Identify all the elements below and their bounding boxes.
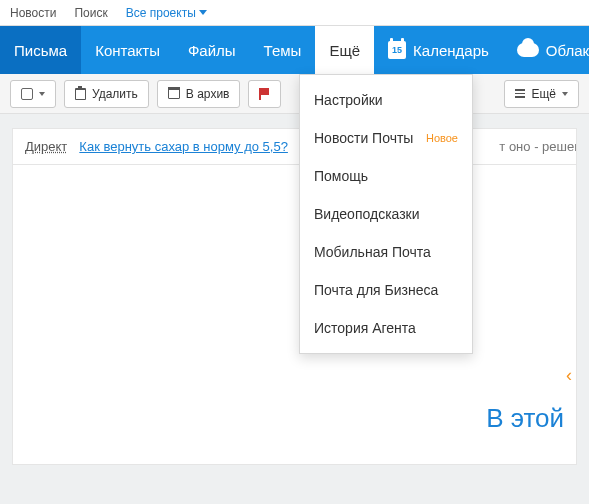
- content-area: Директ Как вернуть сахар в норму до 5,5?…: [0, 114, 589, 504]
- trash-icon: [75, 88, 86, 100]
- nav-mail-tab[interactable]: Письма: [0, 26, 81, 74]
- topbar-search-link[interactable]: Поиск: [74, 6, 107, 20]
- checkbox-icon: [21, 88, 33, 100]
- nav-calendar-tab[interactable]: 15 Календарь: [374, 26, 503, 74]
- nav-cloud-tab[interactable]: Облако: [503, 26, 589, 74]
- dropdown-item-label: История Агента: [314, 320, 416, 336]
- message-body: ‹ В этой: [12, 165, 577, 465]
- archive-icon: [168, 89, 180, 99]
- main-nav: Письма Контакты Файлы Темы Ещё 15 Календ…: [0, 26, 589, 74]
- message-row[interactable]: Директ Как вернуть сахар в норму до 5,5?…: [12, 128, 577, 165]
- dropdown-item-video-tips[interactable]: Видеоподсказки: [300, 195, 472, 233]
- topbar-projects-dropdown[interactable]: Все проекты: [126, 6, 207, 20]
- nav-contacts-tab[interactable]: Контакты: [81, 26, 174, 74]
- dropdown-item-label: Помощь: [314, 168, 368, 184]
- dropdown-item-mail-news[interactable]: Новости Почты Новое: [300, 119, 472, 157]
- nav-files-tab[interactable]: Файлы: [174, 26, 250, 74]
- dropdown-item-label: Настройки: [314, 92, 383, 108]
- menu-icon: [515, 89, 525, 98]
- caret-down-icon: [39, 92, 45, 96]
- message-subject-link[interactable]: Как вернуть сахар в норму до 5,5?: [79, 139, 288, 154]
- cloud-icon: [517, 43, 539, 57]
- more-dropdown-menu: Настройки Новости Почты Новое Помощь Вид…: [299, 74, 473, 354]
- topbar-news-link[interactable]: Новости: [10, 6, 56, 20]
- message-preview-right: т оно - решение про: [499, 139, 577, 154]
- dropdown-item-business-mail[interactable]: Почта для Бизнеса: [300, 271, 472, 309]
- new-badge: Новое: [426, 132, 458, 144]
- dropdown-item-label: Видеоподсказки: [314, 206, 420, 222]
- orange-marker: ‹: [566, 365, 572, 386]
- dropdown-item-label: Почта для Бизнеса: [314, 282, 438, 298]
- select-all-button[interactable]: [10, 80, 56, 108]
- delete-button[interactable]: Удалить: [64, 80, 149, 108]
- nav-themes-tab[interactable]: Темы: [250, 26, 316, 74]
- dropdown-item-mobile-mail[interactable]: Мобильная Почта: [300, 233, 472, 271]
- toolbar-more-button[interactable]: Ещё: [504, 80, 579, 108]
- flag-button[interactable]: [248, 80, 281, 108]
- dropdown-item-agent-history[interactable]: История Агента: [300, 309, 472, 347]
- dropdown-item-help[interactable]: Помощь: [300, 157, 472, 195]
- top-bar: Новости Поиск Все проекты: [0, 0, 589, 26]
- calendar-icon: 15: [388, 41, 406, 59]
- dropdown-item-label: Новости Почты: [314, 130, 413, 146]
- topbar-projects-label: Все проекты: [126, 6, 196, 20]
- nav-cloud-label: Облако: [546, 42, 589, 59]
- toolbar: Удалить В архив Ещё: [0, 74, 589, 114]
- toolbar-more-label: Ещё: [531, 87, 556, 101]
- archive-button[interactable]: В архив: [157, 80, 241, 108]
- caret-down-icon: [199, 10, 207, 15]
- dropdown-item-settings[interactable]: Настройки: [300, 81, 472, 119]
- caret-down-icon: [562, 92, 568, 96]
- archive-label: В архив: [186, 87, 230, 101]
- dropdown-item-label: Мобильная Почта: [314, 244, 431, 260]
- direct-label: Директ: [25, 139, 67, 154]
- footer-promo-text: В этой: [486, 403, 564, 434]
- nav-more-tab[interactable]: Ещё: [315, 26, 374, 74]
- nav-calendar-label: Календарь: [413, 42, 489, 59]
- delete-label: Удалить: [92, 87, 138, 101]
- flag-icon: [259, 88, 270, 100]
